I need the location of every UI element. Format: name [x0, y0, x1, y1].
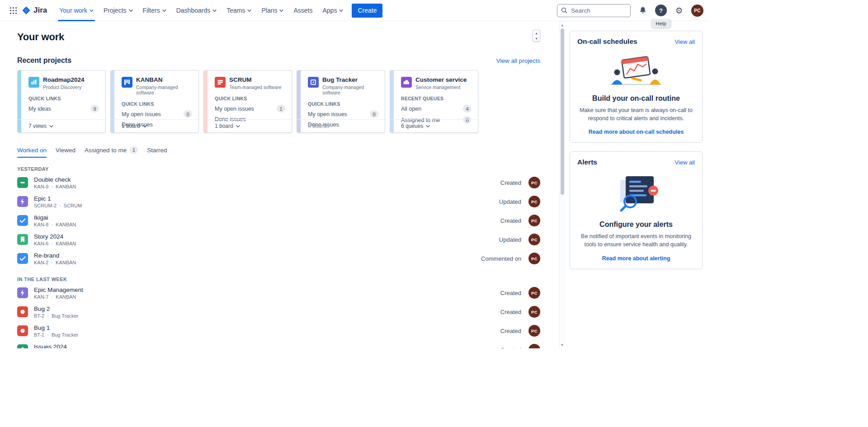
tab-starred[interactable]: Starred — [147, 146, 167, 158]
issue-title: Issues 2024 — [34, 343, 76, 349]
chevron-down-icon — [129, 9, 133, 13]
profile-avatar[interactable]: PC — [691, 5, 703, 17]
actor-avatar[interactable]: PC — [528, 306, 540, 318]
issue-key: KAN-6 — [34, 241, 48, 246]
actor-avatar[interactable]: PC — [528, 253, 540, 264]
notifications-button[interactable] — [637, 4, 649, 17]
activity-label: Created — [500, 309, 521, 315]
bug-icon — [17, 306, 28, 317]
nav-item-filters[interactable]: Filters — [138, 0, 171, 21]
help-button[interactable]: ? — [655, 5, 667, 16]
work-item-row[interactable]: Re-brand KAN-2 · KANBAN Commented on PC — [17, 249, 540, 268]
tab-assigned-to-me[interactable]: Assigned to me 1 — [85, 146, 138, 158]
read-more-oncall-link[interactable]: Read more about on-call schedules — [577, 129, 695, 135]
activity-label: Created — [500, 217, 521, 224]
epic-icon — [17, 287, 28, 298]
project-card-scrum[interactable]: SCRUM Team-managed software QUICK LINKS … — [203, 70, 292, 133]
queue-link[interactable]: All open 4 — [401, 105, 472, 113]
scroll-stepper: ▲ ▼ — [533, 30, 540, 42]
nav-item-your-work[interactable]: Your work — [54, 0, 99, 21]
actor-avatar[interactable]: PC — [528, 215, 540, 226]
quick-links-title: QUICK LINKS — [122, 101, 192, 107]
vertical-scrollbar[interactable]: ▲ ▼ — [559, 21, 565, 348]
on-call-schedules-card: On-call schedules View all — [570, 31, 703, 143]
count-badge: 9 — [90, 105, 99, 113]
stepper-up-button[interactable]: ▲ — [533, 30, 540, 36]
bug-tracker-project-icon — [308, 77, 319, 88]
settings-button[interactable]: ⚙ — [673, 4, 685, 17]
actor-avatar[interactable]: PC — [528, 325, 540, 337]
work-item-row[interactable]: Issues 2024 KAN-5 · KANBAN Created PC — [17, 340, 540, 348]
actor-avatar[interactable]: PC — [528, 177, 540, 188]
work-item-row[interactable]: Bug 1 BT-1 · Bug Tracker Created PC — [17, 321, 540, 340]
top-navigation-bar: Jira Your work Projects Filters Dashboar… — [0, 0, 709, 21]
product-discovery-project-icon — [28, 77, 39, 88]
project-card-footer[interactable]: 1 board — [204, 119, 292, 132]
nav-item-projects[interactable]: Projects — [99, 0, 138, 21]
quick-link[interactable]: My open issues 0 — [308, 110, 378, 118]
work-item-row[interactable]: Story 2024 KAN-6 · KANBAN Updated PC — [17, 230, 540, 249]
issue-key: BT-2 — [34, 313, 44, 319]
question-mark-icon: ? — [659, 7, 663, 14]
search-input[interactable] — [557, 4, 631, 17]
work-item-row[interactable]: Epic Management KAN-7 · KANBAN Created P… — [17, 283, 540, 302]
issue-project: KANBAN — [56, 260, 76, 265]
recent-projects-title: Recent projects — [17, 56, 71, 65]
quick-link[interactable]: My ideas 9 — [28, 105, 99, 113]
project-card-kanban[interactable]: KANBAN Company-managed software QUICK LI… — [110, 70, 199, 133]
project-card-roadmap2024[interactable]: Roadmap2024 Product Discovery QUICK LINK… — [17, 70, 106, 133]
project-type: Product Discovery — [43, 84, 85, 90]
create-button[interactable]: Create — [352, 4, 382, 18]
view-all-projects-link[interactable]: View all projects — [496, 57, 540, 64]
dot-separator: · — [51, 260, 53, 265]
actor-avatar[interactable]: PC — [528, 287, 540, 299]
quick-links-title: QUICK LINKS — [215, 96, 285, 101]
search-icon — [561, 7, 568, 14]
actor-avatar[interactable]: PC — [528, 234, 540, 245]
count-badge: 1 — [277, 105, 285, 113]
nav-item-apps[interactable]: Apps — [317, 0, 348, 21]
section-title-last-week: IN THE LAST WEEK — [17, 277, 540, 282]
tab-viewed[interactable]: Viewed — [56, 146, 75, 158]
issue-title: Double check — [34, 176, 76, 183]
nav-item-plans[interactable]: Plans — [256, 0, 288, 21]
scroll-up-arrow[interactable]: ▲ — [560, 22, 565, 28]
project-card-bug-tracker[interactable]: Bug Tracker Company-managed software QUI… — [297, 70, 385, 133]
work-item-row[interactable]: Bug 2 BT-2 · Bug Tracker Created PC — [17, 302, 540, 321]
work-item-row[interactable]: Ikigai KAN-8 · KANBAN Created PC — [17, 211, 540, 230]
app-switcher-button[interactable] — [6, 4, 20, 17]
kanban-board-project-icon — [122, 77, 132, 88]
quick-link[interactable]: My open issues 0 — [122, 110, 192, 118]
read-more-alerting-link[interactable]: Read more about alerting — [577, 255, 695, 262]
chevron-down-icon — [143, 124, 147, 128]
customer-service-project-icon — [401, 77, 412, 88]
project-card-footer[interactable]: 6 queues — [390, 119, 478, 132]
project-card-footer[interactable]: 1 board — [111, 119, 198, 132]
section-title-yesterday: YESTERDAY — [17, 166, 540, 172]
chevron-down-icon — [162, 9, 166, 13]
project-card-customer-service[interactable]: Customer service Service management RECE… — [390, 70, 478, 133]
count-badge: 4 — [463, 105, 472, 113]
nav-item-dashboards[interactable]: Dashboards — [171, 0, 222, 21]
nav-item-teams[interactable]: Teams — [222, 0, 256, 21]
work-item-row[interactable]: Double check KAN-9 · KANBAN Created PC — [17, 173, 540, 192]
tab-worked-on[interactable]: Worked on — [17, 146, 47, 158]
quick-links-title: QUICK LINKS — [28, 96, 99, 101]
activity-label: Updated — [499, 198, 521, 205]
card-title: Alerts — [577, 158, 597, 166]
stepper-down-button[interactable]: ▼ — [533, 36, 540, 41]
view-all-link[interactable]: View all — [675, 159, 695, 166]
improvement-icon — [17, 344, 28, 348]
nav-item-assets[interactable]: Assets — [288, 0, 317, 21]
scrollbar-thumb[interactable] — [561, 28, 564, 195]
actor-avatar[interactable]: PC — [528, 344, 540, 348]
jira-logo[interactable]: Jira — [22, 6, 47, 15]
quick-link[interactable]: My open issues 1 — [215, 105, 285, 113]
activity-label: Commented on — [481, 255, 521, 262]
project-card-footer[interactable]: 7 views — [18, 119, 105, 132]
worked-on-list: Double check KAN-9 · KANBAN Created PC E… — [17, 173, 540, 268]
work-item-row[interactable]: Epic 1 SCRUM-2 · SCRUM Updated PC — [17, 192, 540, 211]
actor-avatar[interactable]: PC — [528, 196, 540, 207]
scroll-down-arrow[interactable]: ▼ — [560, 342, 565, 347]
view-all-link[interactable]: View all — [675, 38, 695, 45]
